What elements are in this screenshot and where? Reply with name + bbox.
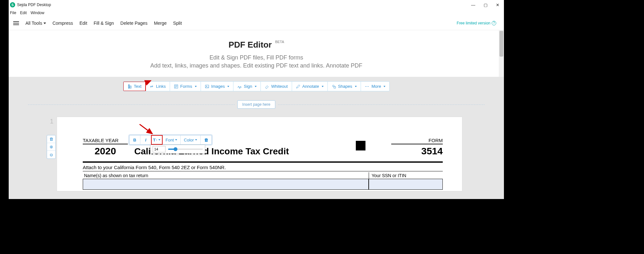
registration-mark-icon (356, 141, 365, 150)
minimize-button[interactable]: — (471, 3, 475, 7)
divider (83, 161, 443, 163)
nav-fill-sign[interactable]: Fill & Sign (94, 21, 114, 26)
ssn-field-input[interactable] (369, 179, 443, 190)
menu-file[interactable]: File (10, 11, 16, 15)
zoom-in-button[interactable]: ⊕ (47, 143, 55, 151)
menubar: File Edit Window (9, 10, 504, 16)
menu-edit[interactable]: Edit (20, 11, 27, 15)
nav-merge[interactable]: Merge (154, 21, 167, 26)
beta-label: BETA (275, 40, 284, 44)
eraser-icon (265, 84, 269, 89)
svg-rect-5 (334, 86, 336, 88)
sign-icon (237, 84, 242, 89)
ssn-field-label: Your SSN or ITIN (369, 172, 443, 179)
tool-sign[interactable]: Sign (233, 82, 261, 91)
tool-whiteout[interactable]: Whiteout (261, 82, 292, 91)
zoom-out-icon: ⊖ (50, 152, 53, 157)
tool-text[interactable]: Text (123, 81, 146, 91)
delete-text-button[interactable]: 🗑 (201, 135, 212, 144)
taxable-year-value: 2020 (83, 146, 128, 157)
font-family-button[interactable]: Font (162, 135, 181, 144)
tool-shapes[interactable]: Shapes (328, 82, 361, 91)
menu-window[interactable]: Window (31, 11, 44, 15)
text-cursor-icon (128, 84, 132, 89)
insert-page-divider: Insert page here (9, 100, 504, 109)
nav-edit[interactable]: Edit (80, 21, 87, 26)
titlebar: S Sejda PDF Desktop — ▢ ✕ (9, 0, 504, 10)
trash-icon: 🗑 (49, 137, 53, 141)
page-subtitle: Edit & Sign PDF files, Fill PDF forms (9, 54, 504, 61)
page-title: PDF Editor (229, 40, 272, 50)
page-description: Add text, links, images and shapes. Edit… (9, 62, 504, 69)
app-toolbar: All Tools Compress Edit Fill & Sign Dele… (9, 16, 504, 30)
free-version-link[interactable]: Free limited version ? (457, 21, 496, 25)
svg-line-6 (139, 124, 152, 134)
app-logo-icon: S (10, 2, 15, 7)
tool-annotate[interactable]: Annotate (292, 82, 328, 91)
attach-instruction: Attach to your California Form 540, Form… (83, 165, 443, 171)
more-icon: ⋯ (365, 84, 370, 89)
maximize-button[interactable]: ▢ (484, 3, 488, 7)
app-window: S Sejda PDF Desktop — ▢ ✕ File Edit Wind… (9, 0, 504, 199)
editor-ribbon: Text Links Forms Images (9, 81, 504, 91)
tool-more[interactable]: ⋯ More (361, 82, 390, 91)
insert-page-button[interactable]: Insert page here (237, 100, 275, 109)
pdf-page[interactable]: B I T↕ Font Color 🗑 (57, 117, 462, 191)
names-field-label: Name(s) as shown on tax return (83, 172, 369, 179)
forms-icon (174, 84, 178, 89)
names-field-input[interactable] (83, 179, 369, 190)
image-icon (205, 84, 209, 89)
italic-button[interactable]: I (140, 135, 151, 144)
page-side-tools: 🗑 ⊕ ⊖ (47, 135, 56, 159)
font-size-input[interactable] (153, 146, 166, 152)
font-color-button[interactable]: Color (181, 135, 201, 144)
annotation-arrow-icon (139, 124, 156, 136)
nav-compress[interactable]: Compress (52, 21, 73, 26)
nav-delete-pages[interactable]: Delete Pages (120, 21, 147, 26)
page-header: PDF Editor BETA Edit & Sign PDF files, F… (9, 30, 504, 77)
bold-button[interactable]: B (129, 135, 140, 144)
form-number: 3514 (391, 146, 443, 157)
font-size-slider[interactable] (168, 149, 203, 150)
pencil-icon (296, 84, 300, 89)
tool-forms[interactable]: Forms (170, 82, 201, 91)
form-label: FORM (391, 138, 443, 144)
zoom-out-button[interactable]: ⊖ (47, 151, 55, 159)
hamburger-icon[interactable] (13, 21, 19, 25)
tool-images[interactable]: Images (201, 82, 234, 91)
trash-icon: 🗑 (204, 138, 208, 142)
nav-all-tools[interactable]: All Tools (25, 21, 46, 26)
window-title: Sejda PDF Desktop (17, 3, 51, 7)
font-size-popup (150, 145, 205, 154)
text-format-toolbar: B I T↕ Font Color 🗑 (129, 135, 212, 145)
page-number-label: 1 (50, 118, 53, 125)
font-size-button[interactable]: T↕ (151, 135, 162, 144)
nav-split[interactable]: Split (173, 21, 182, 26)
delete-page-button[interactable]: 🗑 (47, 135, 55, 143)
close-button[interactable]: ✕ (496, 3, 499, 7)
taxable-year-label: TAXABLE YEAR (83, 138, 128, 144)
help-icon: ? (492, 21, 496, 25)
shapes-icon (332, 84, 336, 89)
zoom-in-icon: ⊕ (50, 144, 53, 149)
